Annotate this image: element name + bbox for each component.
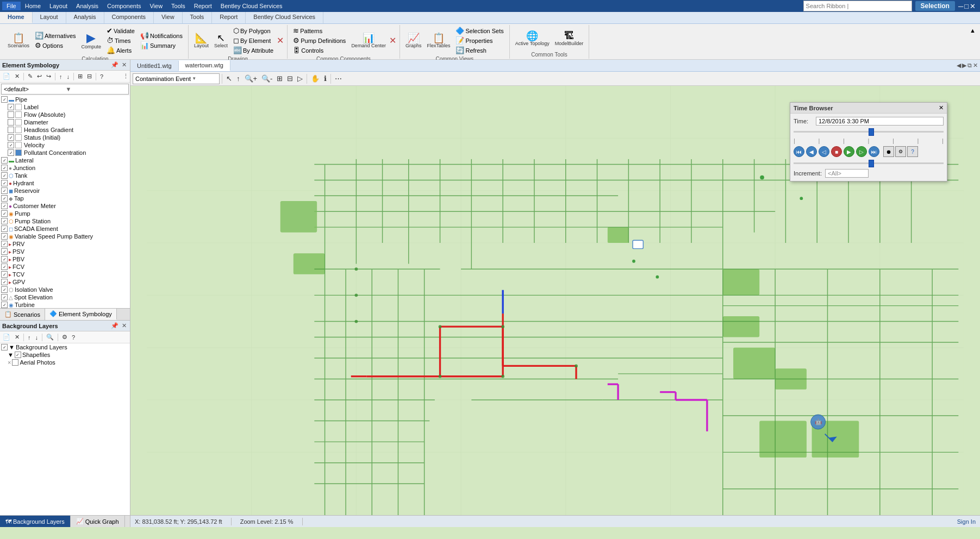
map-tab-watertown[interactable]: watertown.wtg [179, 60, 230, 71]
bg-close-button[interactable]: ✕ [121, 322, 128, 329]
tree-item-prv[interactable]: ▸ PRV [0, 240, 130, 248]
tree-item-tank[interactable]: ⬡ Tank [0, 172, 130, 179]
lateral-checkbox[interactable] [1, 157, 8, 164]
bg-new-button[interactable]: 📄 [1, 333, 12, 341]
pbv-checkbox[interactable] [1, 256, 8, 262]
tree-item-fcv[interactable]: ▸ FCV [0, 263, 130, 271]
tree-item-diameter[interactable]: Diameter [0, 118, 130, 126]
expand-all-button[interactable]: ⊞ [76, 72, 84, 80]
flextables-button[interactable]: 📋 FlexTables [425, 32, 452, 49]
bg-pin-button[interactable]: 📌 [110, 322, 120, 329]
by-attribute-button[interactable]: 🔤 By Attribute [231, 46, 276, 55]
zoom-next-button[interactable]: ▷ [296, 74, 304, 83]
maximize-button[interactable]: □ [964, 2, 969, 10]
model-builder-button[interactable]: 🏗 ModelBuilder [553, 30, 586, 47]
bg-zoom-button[interactable]: 🔍 [45, 333, 55, 341]
tap-checkbox[interactable] [1, 195, 8, 202]
map-tab-untitled[interactable]: Untitled1.wtg [130, 61, 179, 71]
stop-button[interactable]: ■ [831, 146, 842, 157]
zoom-extent-button[interactable]: ⊞ [275, 74, 284, 83]
map-canvas[interactable]: 🤖 Time Browser ✕ [130, 86, 980, 515]
next-step-button[interactable]: ⏭ [869, 146, 879, 157]
status-checkbox[interactable] [8, 134, 14, 141]
graphs-button[interactable]: 📈 Graphs [403, 32, 424, 49]
validate-button[interactable]: ✔ Validate [104, 26, 137, 35]
edit-symb-button[interactable]: ✎ [26, 72, 34, 80]
move-up-button[interactable]: ↑ [58, 73, 64, 80]
undo-button[interactable]: ↩ [35, 72, 43, 80]
move-down-button[interactable]: ↓ [65, 73, 72, 80]
menu-layout[interactable]: Layout [45, 2, 72, 10]
map-nav-right[interactable]: ▶ [962, 62, 966, 69]
menu-tools[interactable]: Tools [167, 2, 190, 10]
event-dropdown[interactable]: Contamination Event ▼ [133, 73, 220, 84]
tree-item-velocity[interactable]: Velocity [0, 141, 130, 149]
label-checkbox[interactable] [8, 104, 14, 110]
selection-sets-button[interactable]: 🔷 Selection Sets [453, 26, 505, 35]
menu-analysis[interactable]: Analysis [72, 2, 103, 10]
pin-button[interactable]: 📌 [110, 61, 120, 68]
more-tools-button[interactable]: ⋯ [333, 74, 344, 83]
bg-shapefiles-checkbox[interactable] [15, 352, 21, 358]
active-topology-button[interactable]: 🌐 Active Topology [513, 30, 552, 47]
time-browser-close-button[interactable]: ✕ [939, 104, 944, 111]
tree-item-status[interactable]: Status (Initial) [0, 134, 130, 141]
tree-item-isolation-valve[interactable]: ⬡ Isolation Valve [0, 286, 130, 293]
by-polygon-button[interactable]: ⬡ By Polygon [231, 26, 276, 35]
tree-item-gpv[interactable]: ▸ GPV [0, 278, 130, 286]
select-button[interactable]: ↖ Select [212, 32, 230, 49]
ribbon-minimize-button[interactable]: ▲ [969, 26, 977, 35]
tab-layout[interactable]: Layout [33, 12, 66, 23]
tab-components[interactable]: Components [104, 12, 154, 23]
notifications-button[interactable]: 📢 Notifications [138, 31, 185, 40]
bg-delete-button[interactable]: ✕ [13, 333, 21, 341]
fcv-checkbox[interactable] [1, 264, 8, 270]
zoom-out-button[interactable]: 🔍- [260, 74, 274, 83]
vsp-checkbox[interactable] [1, 233, 8, 240]
menu-file[interactable]: File [2, 2, 21, 10]
zoom-in-button[interactable]: 🔍+ [243, 74, 259, 83]
help-symb-button[interactable]: ? [98, 73, 105, 80]
bg-aerial-checkbox[interactable] [12, 359, 18, 366]
map-nav-left[interactable]: ◀ [957, 62, 961, 69]
cancel-button[interactable]: ✕ [277, 35, 284, 46]
bg-move-down-button[interactable]: ↓ [34, 334, 40, 341]
summary-button[interactable]: 📊 Summary [138, 41, 185, 50]
tree-item-junction[interactable]: ● Junction [0, 164, 130, 172]
bg-help-button[interactable]: ? [70, 334, 77, 341]
demand-center-button[interactable]: 📊 Demand Center [349, 32, 388, 49]
identify-button[interactable]: ℹ [322, 74, 328, 83]
tab-tools[interactable]: Tools [183, 12, 213, 23]
tab-home[interactable]: Home [0, 12, 33, 23]
tree-item-psv[interactable]: ▸ PSV [0, 248, 130, 255]
play-button[interactable]: ▶ [844, 146, 854, 157]
pan-button[interactable]: ✋ [309, 74, 321, 83]
flow-checkbox[interactable] [8, 111, 14, 118]
zoom-previous-button[interactable]: ⊟ [285, 74, 295, 83]
tree-item-hydrant[interactable]: ● Hydrant [0, 179, 130, 187]
more-options-button[interactable]: ⋮ [123, 73, 129, 80]
menu-components[interactable]: Components [103, 2, 145, 10]
rewind-button[interactable]: ⏮ [794, 146, 804, 157]
tree-item-scada[interactable]: ◻ SCADA Element [0, 225, 130, 233]
scada-checkbox[interactable] [1, 225, 8, 232]
tab-view[interactable]: View [154, 12, 183, 23]
tree-item-headloss[interactable]: Headloss Gradient [0, 126, 130, 134]
pump-defs-button[interactable]: ⚙ Pump Definitions [291, 36, 348, 45]
tree-item-tcv[interactable]: ▸ TCV [0, 271, 130, 278]
tree-item-pbv[interactable]: ▸ PBV [0, 255, 130, 263]
tab-analysis[interactable]: Analysis [66, 12, 104, 23]
tree-item-tap[interactable]: ◆ Tap [0, 195, 130, 202]
spot-elevation-checkbox[interactable] [1, 294, 8, 300]
map-close-tab-button[interactable]: ✕ [973, 62, 978, 69]
velocity-checkbox[interactable] [8, 142, 14, 148]
scenarios-button[interactable]: 📋 Scenarios [5, 32, 32, 49]
close-panel-button[interactable]: ✕ [121, 61, 128, 68]
menu-report[interactable]: Report [190, 2, 216, 10]
bg-root-item[interactable]: ▼ Background Layers [0, 343, 130, 351]
record-button[interactable]: ⏺ [883, 146, 894, 157]
play-fwd-button[interactable]: ▷ [856, 146, 867, 157]
times-button[interactable]: ⏱ Times [104, 36, 137, 45]
new-symb-button[interactable]: 📄 [1, 72, 12, 80]
element-symbology-tab[interactable]: 🔷 Element Symbology [45, 309, 117, 320]
